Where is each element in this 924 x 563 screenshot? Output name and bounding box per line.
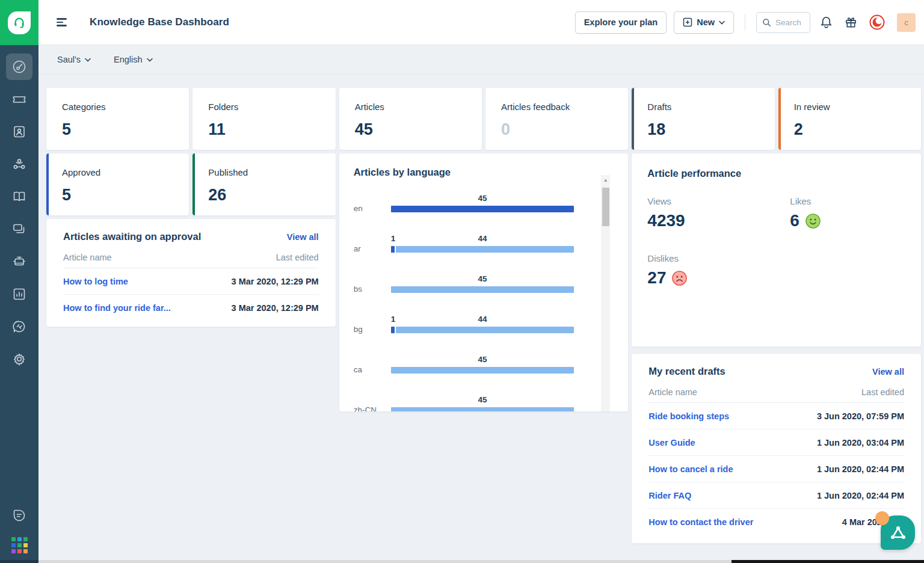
last-edited-value: 1 Jun 2020, 02:44 PM	[817, 491, 904, 500]
stat-card-in-review[interactable]: In review2	[778, 87, 922, 150]
sidebar-item-forums-chat[interactable]	[6, 216, 32, 242]
sidebar-item-tickets[interactable]	[6, 86, 32, 112]
chart-category-label: bs	[354, 285, 391, 293]
chart-value-labels: 45	[391, 395, 574, 407]
new-button[interactable]: New	[674, 11, 734, 34]
stat-card-categories[interactable]: Categories5	[46, 87, 189, 150]
drafts-view-all-link[interactable]: View all	[872, 367, 904, 377]
stat-value: 11	[208, 120, 319, 139]
article-link[interactable]: User Guide	[648, 438, 695, 448]
sidebar-item-analytics[interactable]	[6, 281, 32, 307]
metric-value: 6	[790, 211, 799, 230]
horizontal-scrollbar-thumb[interactable]	[732, 560, 924, 563]
stat-accent-bar	[632, 88, 634, 150]
divider	[745, 14, 745, 31]
gift-icon[interactable]	[842, 13, 860, 31]
language-label: English	[114, 55, 143, 64]
page-title: Knowledge Base Dashboard	[90, 16, 229, 28]
language-bar-chart: en45ar144bs45bg144ca45zh-CN45	[354, 194, 629, 412]
sidebar-item-bot[interactable]	[6, 248, 32, 275]
bar-track[interactable]	[391, 246, 574, 253]
chart-row-bg: bg144	[354, 315, 629, 333]
search-input[interactable]: Search	[756, 12, 810, 33]
bar-value: 45	[478, 395, 487, 404]
scrollbar-thumb[interactable]	[602, 188, 609, 226]
article-link[interactable]: Rider FAQ	[648, 491, 691, 500]
bar-track[interactable]	[391, 327, 574, 333]
sidebar-item-dashboard-gauge[interactable]	[6, 54, 32, 80]
app-switcher-grid-icon[interactable]	[11, 537, 28, 553]
table-row: How to cancel a ride1 Jun 2020, 02:44 PM	[648, 456, 904, 482]
freshworks-switcher-icon[interactable]	[867, 12, 887, 32]
filter-bar: Saul's English	[38, 45, 924, 75]
admin-support-icon	[11, 319, 27, 334]
stat-card-folders[interactable]: Folders11	[192, 87, 336, 150]
article-link[interactable]: How to contact the driver	[648, 517, 753, 527]
stat-label: Articles feedback	[501, 102, 612, 112]
metric-label: Dislikes	[647, 253, 790, 263]
smiley-happy-icon	[805, 213, 821, 229]
chart-value-labels: 144	[391, 234, 574, 246]
table-row: User Guide1 Jun 2020, 03:04 PM	[648, 429, 904, 456]
explore-plan-button[interactable]: Explore your plan	[575, 11, 667, 34]
workspace-dropdown[interactable]: Saul's	[57, 55, 91, 64]
bar-segment-translated[interactable]	[391, 367, 574, 374]
bar-segment-primary[interactable]	[391, 246, 395, 253]
language-dropdown[interactable]: English	[114, 55, 153, 64]
column-article-name: Article name	[63, 253, 112, 262]
scrollbar-up-arrow-icon[interactable]: ▲	[601, 177, 610, 183]
last-edited-value: 1 Jun 2020, 03:04 PM	[817, 438, 904, 448]
metric-label: Views	[647, 196, 790, 206]
bar-value: 44	[478, 234, 487, 243]
horizontal-scrollbar[interactable]	[0, 560, 924, 563]
stat-card-approved[interactable]: Approved5	[46, 153, 189, 216]
stat-card-articles[interactable]: Articles45	[339, 87, 482, 150]
table-row: Ride booking steps3 Jun 2020, 07:59 PM	[648, 403, 904, 429]
sidebar-item-admin-support[interactable]	[6, 313, 32, 340]
stat-card-published[interactable]: Published26	[192, 153, 336, 216]
notifications-bell-icon[interactable]	[818, 13, 835, 31]
sidebar-item-settings-gear[interactable]	[6, 346, 32, 372]
article-link[interactable]: Ride booking steps	[648, 411, 729, 421]
stat-label: In review	[794, 102, 905, 112]
sidebar-item-contacts[interactable]	[6, 118, 32, 145]
bar-track[interactable]	[391, 286, 574, 293]
headset-logo-icon	[8, 11, 31, 34]
article-link[interactable]: How to cancel a ride	[648, 464, 733, 474]
knowledge-book-icon	[11, 189, 27, 205]
stat-value: 45	[355, 120, 466, 139]
sidebar-item-whats-new[interactable]	[6, 502, 32, 529]
menu-hamburger-icon[interactable]	[54, 16, 69, 28]
bar-segment-primary[interactable]	[391, 327, 395, 333]
bar-segment-primary[interactable]	[391, 206, 574, 212]
sidebar-item-knowledge-book[interactable]	[6, 183, 32, 210]
bar-segment-translated[interactable]	[391, 407, 574, 412]
bar-track[interactable]	[391, 407, 574, 412]
freshdesk-logo[interactable]	[0, 0, 38, 45]
contacts-icon	[11, 124, 27, 140]
sidebar-bottom-nav	[0, 502, 38, 563]
user-avatar[interactable]: c	[897, 13, 916, 32]
bar-value-primary: 1	[391, 315, 396, 324]
chart-scrollbar[interactable]: ▲	[601, 175, 610, 411]
article-link[interactable]: How to find your ride far...	[63, 303, 171, 313]
article-link[interactable]: How to log time	[63, 277, 128, 286]
bar-track[interactable]	[391, 206, 574, 212]
awaiting-view-all-link[interactable]: View all	[287, 232, 319, 242]
widget-notification-badge	[875, 511, 889, 525]
stats-row: Categories5Folders11Articles45Articles f…	[46, 87, 922, 150]
bar-segment-translated[interactable]	[391, 286, 574, 293]
bar-track[interactable]	[391, 367, 574, 374]
bar-segment-translated[interactable]	[396, 246, 574, 253]
bar-segment-translated[interactable]	[396, 327, 574, 333]
stat-card-drafts[interactable]: Drafts18	[631, 87, 775, 150]
feedback-widget-button[interactable]	[881, 515, 915, 550]
bar-value: 45	[478, 274, 487, 283]
column-last-edited: Last edited	[276, 253, 319, 262]
stats-row-2: Approved5Published26	[46, 153, 336, 216]
sidebar-item-social-network[interactable]	[6, 151, 32, 177]
sidebar-nav	[0, 45, 38, 502]
stat-card-articles-feedback[interactable]: Articles feedback0	[485, 87, 629, 150]
new-button-label: New	[697, 17, 715, 27]
stat-value: 2	[794, 120, 905, 139]
